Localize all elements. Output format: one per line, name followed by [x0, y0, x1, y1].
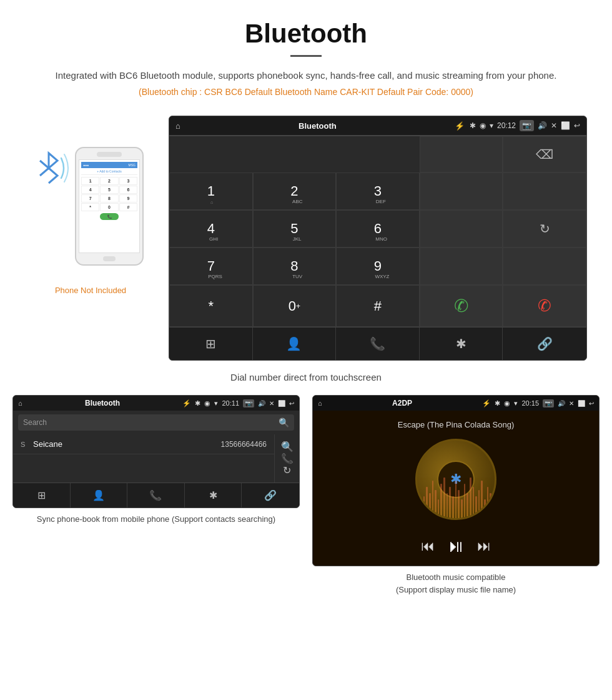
pb-vol-icon[interactable]: 🔊 — [258, 400, 265, 407]
pb-contacts-icon[interactable]: 👤 — [71, 483, 128, 508]
page-header: Bluetooth Integrated with BC6 Bluetooth … — [0, 0, 612, 116]
contacts-icon[interactable]: 👤 — [253, 328, 337, 360]
end-call-button[interactable]: ✆ — [503, 285, 586, 327]
phonebook-caption: Sync phone-book from mobile phone (Suppo… — [37, 513, 275, 526]
pb-time: 20:11 — [222, 399, 239, 407]
dial-cell-empty-1 — [420, 136, 503, 172]
phonebook-sidebar: 🔍 📞 ↻ — [274, 434, 299, 482]
phone-key[interactable]: # — [119, 203, 137, 211]
dial-bottom-bar: ⊞ 👤 📞 ✱ 🔗 — [169, 327, 586, 360]
music-screen-icon[interactable]: ⬜ — [578, 400, 585, 407]
phonebook-body: S Seicane 13566664466 🔍 📞 ↻ — [13, 434, 299, 482]
phone-key[interactable]: 6 — [119, 186, 137, 194]
pb-close-icon[interactable]: ✕ — [269, 400, 274, 407]
next-button[interactable]: ⏭ — [477, 538, 491, 554]
music-cam-icon[interactable]: 📷 — [543, 399, 554, 408]
dial-key-2[interactable]: 2 ABC — [253, 172, 337, 210]
music-back-icon[interactable]: ↩ — [589, 400, 594, 407]
phone-key[interactable]: * — [81, 203, 99, 211]
dial-key-star[interactable]: * — [169, 285, 253, 327]
pb-dialpad-icon[interactable]: ⊞ — [13, 483, 71, 508]
dial-empty-r2 — [420, 172, 503, 210]
dial-redial-button[interactable]: ↻ — [503, 210, 586, 248]
phone-screen-header: ●●●MSG — [81, 162, 137, 168]
phone-home-button[interactable] — [103, 256, 116, 261]
dial-key-5[interactable]: 5 JKL — [253, 210, 337, 248]
dial-key-0[interactable]: 0+ — [253, 285, 337, 327]
close-icon[interactable]: ✕ — [551, 121, 557, 130]
phone-key[interactable]: 0 — [100, 203, 118, 211]
pb-screen-icon[interactable]: ⬜ — [278, 400, 285, 407]
phonebook-search-bar[interactable]: Search 🔍 — [18, 414, 294, 431]
pb-back-icon[interactable]: ↩ — [289, 400, 294, 407]
play-pause-button[interactable]: ⏯ — [447, 536, 465, 556]
page-title: Bluetooth — [37, 19, 575, 49]
music-home-icon[interactable]: ⌂ — [318, 399, 322, 407]
volume-icon[interactable]: 🔊 — [538, 121, 547, 130]
pb-sidebar-phone-icon[interactable]: 📞 — [281, 452, 294, 464]
bluetooth-icon[interactable]: ✱ — [420, 328, 503, 360]
pb-sidebar-search-icon[interactable]: 🔍 — [281, 441, 294, 452]
phone-key[interactable]: 8 — [100, 194, 118, 202]
home-icon[interactable]: ⌂ — [175, 121, 180, 131]
phonebook-panel: ⌂ Bluetooth ⚡ ✱ ◉ ▾ 20:11 📷 🔊 ✕ ⬜ ↩ Sear… — [12, 395, 300, 596]
dial-key-hash[interactable]: # — [336, 285, 420, 327]
dial-key-6[interactable]: 6 MNO — [336, 210, 420, 248]
dial-caption: Dial number direct from touchscreen — [230, 372, 382, 382]
screen-icon[interactable]: ⬜ — [561, 121, 570, 130]
pb-bt-bottom-icon[interactable]: ✱ — [185, 483, 242, 508]
dial-section: ●●●MSG + Add to Contacts 1 2 3 4 5 6 7 8 — [25, 116, 587, 361]
music-body: Escape (The Pina Colada Song) ✱ ⏮ ⏯ ⏭ — [313, 411, 599, 566]
pb-link-icon[interactable]: 🔗 — [242, 483, 299, 508]
phone-call-button[interactable]: 📞 — [100, 213, 119, 220]
music-caption-text: Bluetooth music compatible(Support displ… — [396, 572, 516, 594]
phone-key[interactable]: 2 — [100, 177, 118, 185]
phone-key[interactable]: 9 — [119, 194, 137, 202]
phonebook-list: S Seicane 13566664466 — [13, 434, 274, 482]
dial-key-3[interactable]: 3 DEF — [336, 172, 420, 210]
dial-key-8[interactable]: 8 TUV — [253, 248, 337, 285]
phone-key[interactable]: 7 — [81, 194, 99, 202]
car-screen-title: Bluetooth — [185, 121, 450, 131]
camera-icon[interactable]: 📷 — [520, 120, 534, 131]
back-icon[interactable]: ↩ — [574, 121, 580, 130]
pb-sidebar-refresh-icon[interactable]: ↻ — [283, 464, 291, 476]
pb-home-icon[interactable]: ⌂ — [18, 399, 22, 407]
music-close-icon[interactable]: ✕ — [569, 400, 574, 407]
contact-number: 13566664466 — [221, 440, 267, 449]
backspace-button[interactable]: ⌫ — [503, 136, 586, 172]
location-icon: ◉ — [480, 121, 486, 130]
music-header: ⌂ A2DP ⚡ ✱ ◉ ▾ 20:15 📷 🔊 ✕ ⬜ ↩ — [313, 396, 599, 411]
main-content: ●●●MSG + Add to Contacts 1 2 3 4 5 6 7 8 — [0, 116, 612, 608]
phone-key[interactable]: 4 — [81, 186, 99, 194]
music-usb-icon: ⚡ — [482, 399, 491, 408]
dialpad-icon[interactable]: ⊞ — [169, 328, 253, 360]
pb-cam-icon[interactable]: 📷 — [243, 399, 254, 408]
pb-phone-icon[interactable]: 📞 — [127, 483, 185, 508]
svg-line-1 — [40, 168, 49, 176]
phonebook-contact[interactable]: S Seicane 13566664466 — [13, 434, 274, 454]
bluetooth-waves-icon — [31, 141, 69, 191]
clock-display: 20:12 — [497, 121, 516, 130]
call-button[interactable]: ✆ — [420, 285, 503, 327]
pb-usb-icon: ⚡ — [182, 399, 191, 408]
phone-illustration: ●●●MSG + Add to Contacts 1 2 3 4 5 6 7 8 — [37, 128, 144, 278]
music-screen: ⌂ A2DP ⚡ ✱ ◉ ▾ 20:15 📷 🔊 ✕ ⬜ ↩ Escape (T… — [312, 395, 600, 566]
prev-button[interactable]: ⏮ — [421, 538, 435, 554]
phone-key[interactable]: 5 — [100, 186, 118, 194]
phone-icon[interactable]: 📞 — [336, 328, 420, 360]
dial-key-1[interactable]: 1 ⌂ — [169, 172, 253, 210]
phone-key[interactable]: 1 — [81, 177, 99, 185]
search-icon[interactable]: 🔍 — [279, 418, 289, 428]
music-vol-icon[interactable]: 🔊 — [558, 400, 565, 407]
status-icons: ✱ ◉ ▾ 20:12 📷 🔊 ✕ ⬜ ↩ — [470, 120, 580, 131]
phone-not-included-label: Phone Not Included — [55, 286, 126, 295]
page-specs: (Bluetooth chip : CSR BC6 Default Blueto… — [37, 87, 575, 97]
music-bt-icon: ✱ — [495, 399, 500, 408]
dial-key-9[interactable]: 9 WXYZ — [336, 248, 420, 285]
music-loc-icon: ◉ — [504, 399, 510, 408]
dial-key-4[interactable]: 4 GHI — [169, 210, 253, 248]
dial-key-7[interactable]: 7 PQRS — [169, 248, 253, 285]
phone-key[interactable]: 3 — [119, 177, 137, 185]
link-icon[interactable]: 🔗 — [503, 328, 586, 360]
